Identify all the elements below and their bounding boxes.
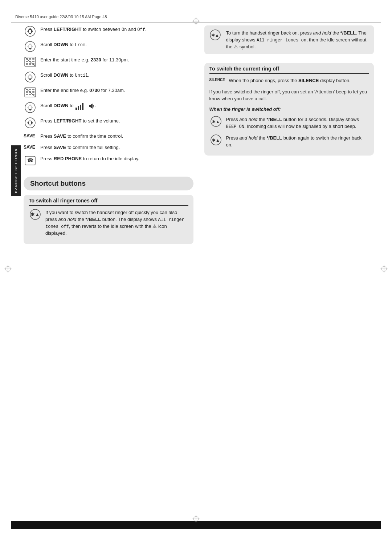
svg-rect-33 <box>26 94 28 95</box>
instr-text-scroll-until: Scroll DOWN to Until. <box>40 71 193 79</box>
svg-point-48 <box>25 118 35 128</box>
bell-star-svg-shortcut: ✱▲ <box>29 209 41 220</box>
keypad-svg-1 <box>24 57 36 67</box>
nav-lr-icon-2 <box>24 117 37 129</box>
svg-rect-34 <box>29 94 31 95</box>
svg-marker-23 <box>31 75 33 79</box>
bell-icon-shortcut: ✱▲ <box>29 209 42 220</box>
shortcut-body: ✱▲ If you want to switch the handset rin… <box>29 209 188 237</box>
instr-row-silence: SILENCE When the phone rings, press the … <box>209 77 369 84</box>
svg-rect-16 <box>32 61 34 62</box>
instr-text-enter-start: Enter the start time e.g. 2330 for 11.30… <box>40 56 193 64</box>
svg-rect-18 <box>29 63 31 65</box>
instr-row-bell1: ✱▲ Press and hold the */BELL button for … <box>209 116 369 130</box>
svg-rect-29 <box>32 89 34 90</box>
nav-down-icon-2 <box>24 71 37 83</box>
instr-text-silence: When the phone rings, press the SILENCE … <box>229 77 369 84</box>
instr-row-save2: SAVE Press SAVE to confirm the full sett… <box>24 144 193 151</box>
svg-marker-40 <box>28 104 32 106</box>
sidebar-label: HANDSET SETTINGS <box>14 148 18 193</box>
instr-row-bell2: ✱▲ Press and hold the */BELL button agai… <box>209 134 369 149</box>
instr-row-enter-start: Enter the start time e.g. 2330 for 11.30… <box>24 56 193 68</box>
phone-icon: ☎ <box>24 155 37 166</box>
svg-text:✱▲: ✱▲ <box>212 138 220 143</box>
svg-point-37 <box>25 102 35 113</box>
svg-marker-38 <box>27 106 29 109</box>
speaker-icon-inline <box>89 103 95 109</box>
instr-text-phone: Press RED PHONE to return to the idle di… <box>40 155 193 162</box>
nav-icon-svg <box>24 25 36 37</box>
svg-marker-49 <box>27 121 29 125</box>
bell-icon-2: ✱▲ <box>209 134 222 146</box>
svg-marker-50 <box>31 121 33 125</box>
nav-down-icon-3 <box>24 102 37 113</box>
svg-marker-1 <box>27 29 29 33</box>
instr-row-scroll-until: Scroll DOWN to Until. <box>24 71 193 83</box>
attention-text: If you have switched the ringer off, you… <box>209 88 369 102</box>
nav-down-svg-3 <box>24 102 36 113</box>
bell-icon-1: ✱▲ <box>209 116 222 127</box>
instr-text-save1: Press SAVE to confirm the time control. <box>40 132 193 140</box>
right-top-box: ✱▲ To turn the handset ringer back on, p… <box>204 25 374 54</box>
svg-point-21 <box>25 72 35 82</box>
svg-text:✱▲: ✱▲ <box>212 119 220 124</box>
nav-down-svg-2 <box>24 71 36 83</box>
instr-row-save1: SAVE Press SAVE to confirm the time cont… <box>24 132 193 140</box>
instr-text-bell2: Press and hold the */BELL button again t… <box>226 134 369 149</box>
instr-text-lr-switch: Press LEFT/RIGHT to switch between On an… <box>40 25 193 33</box>
nav-lr-icon <box>24 25 37 37</box>
left-column: Press LEFT/RIGHT to switch between On an… <box>24 25 193 518</box>
svg-marker-47 <box>90 104 93 109</box>
nav-down-svg-1 <box>24 41 36 52</box>
instr-row-lr-volume: Press LEFT/RIGHT to set the volume. <box>24 117 193 129</box>
bell-icon-right-top: ✱▲ <box>209 29 222 43</box>
svg-marker-6 <box>27 45 29 48</box>
sub-section-title-all-ringer: To switch all ringer tones off <box>29 198 188 206</box>
bell-star-svg-1: ✱▲ <box>210 116 222 127</box>
main-content: Press LEFT/RIGHT to switch between On an… <box>24 25 374 518</box>
shortcut-heading: Shortcut buttons <box>24 177 193 190</box>
ringer-switched-heading: When the ringer is switched off: <box>209 105 369 113</box>
svg-rect-46 <box>89 105 90 107</box>
svg-rect-30 <box>26 91 28 93</box>
svg-marker-51 <box>28 120 32 121</box>
svg-rect-13 <box>32 58 34 60</box>
instr-text-lr-volume: Press LEFT/RIGHT to set the volume. <box>40 117 193 125</box>
svg-marker-52 <box>28 124 32 126</box>
svg-rect-12 <box>29 58 31 60</box>
right-top-content: ✱▲ To turn the handset ringer back on, p… <box>209 29 369 51</box>
instr-text-bell1: Press and hold the */BELL button for 3 s… <box>226 116 369 130</box>
instr-text-scroll-vol: Scroll DOWN to . <box>40 102 193 110</box>
keypad-svg-2 <box>24 87 36 97</box>
svg-text:✱▲: ✱▲ <box>30 211 40 217</box>
vol-icon-inline <box>75 102 86 110</box>
sub-section-all-ringer: To switch all ringer tones off ✱▲ If you… <box>24 195 193 244</box>
svg-marker-9 <box>28 48 32 50</box>
reg-mark-left <box>4 265 12 273</box>
svg-rect-43 <box>78 106 79 110</box>
bell-star-svg-top: ✱▲ <box>209 29 221 41</box>
instr-row-scroll-from: Scroll DOWN to From. <box>24 41 193 52</box>
svg-marker-8 <box>28 43 32 45</box>
sub-section-current-ring: To switch the current ring off SILENCE W… <box>204 63 374 156</box>
svg-text:☎: ☎ <box>27 157 33 163</box>
keypad-icon-1 <box>24 56 37 68</box>
svg-rect-32 <box>32 91 34 93</box>
svg-rect-45 <box>82 103 83 110</box>
svg-rect-44 <box>80 105 81 110</box>
phone-svg: ☎ <box>24 156 36 166</box>
svg-marker-7 <box>31 45 33 48</box>
svg-marker-25 <box>28 78 32 80</box>
right-column: ✱▲ To turn the handset ringer back on, p… <box>204 25 374 518</box>
svg-point-5 <box>25 41 35 52</box>
instr-text-enter-end: Enter the end time e.g. 0730 for 7.30am. <box>40 86 193 94</box>
instr-text-scroll-from: Scroll DOWN to From. <box>40 41 193 48</box>
svg-marker-24 <box>28 74 32 76</box>
instr-row-lr-switch: Press LEFT/RIGHT to switch between On an… <box>24 25 193 37</box>
reg-mark-top <box>192 17 200 25</box>
instr-text-save2: Press SAVE to confirm the full setting. <box>40 144 193 151</box>
silence-label: SILENCE <box>209 77 225 82</box>
save-label-2: SAVE <box>24 144 37 150</box>
svg-marker-4 <box>28 33 32 35</box>
sub-section-title-current-ring: To switch the current ring off <box>209 66 369 74</box>
